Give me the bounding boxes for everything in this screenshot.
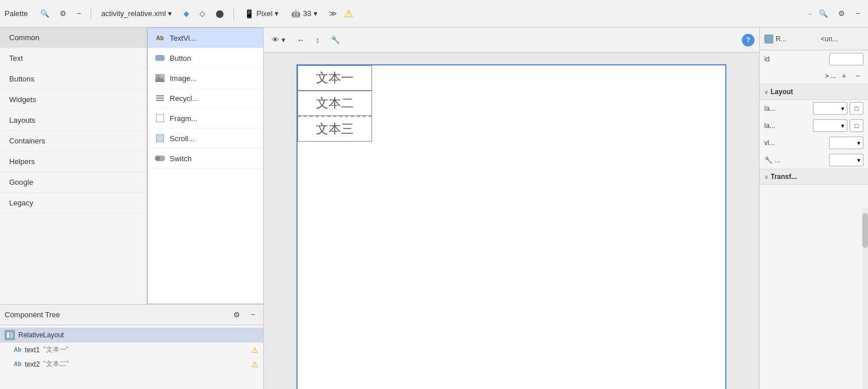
warning-icon: ⚠ <box>344 7 353 20</box>
design-mode-icon[interactable]: ◆ <box>180 7 193 20</box>
sidebar-item-legacy[interactable]: Legacy <box>0 193 147 213</box>
layout-prop-dropdown-4[interactable]: ▾ <box>829 154 863 166</box>
center-area: 👁 ▾ ↔ ↕ 🔧 ? 文本一 文本二 文本三 <box>264 28 759 389</box>
text-block-2[interactable]: 文本二 <box>298 91 372 116</box>
id-property-row: id <box>760 50 868 68</box>
tree-item-relative-layout[interactable]: RelativeLayout <box>0 328 263 343</box>
render-icon[interactable]: ⬤ <box>212 7 228 20</box>
scrollview-icon <box>155 133 165 143</box>
dots-row: > ... + − <box>760 68 868 84</box>
sidebar-item-containers[interactable]: Containers <box>0 131 147 151</box>
switch-icon <box>155 153 165 164</box>
palette-search-icon[interactable]: 🔍 <box>37 7 53 20</box>
sidebar-item-text[interactable]: Text <box>0 48 147 69</box>
palette-item-button[interactable]: Button <box>148 48 263 68</box>
layout-prop-row-2: la... ▾ □ <box>760 117 868 134</box>
remove-property-button[interactable]: − <box>852 70 863 81</box>
tree-item-layout-name: RelativeLayout <box>18 331 64 339</box>
sidebar-item-google[interactable]: Google <box>0 172 147 193</box>
layout-expand-btn-2[interactable]: □ <box>850 119 863 132</box>
layout-section-header[interactable]: ∨ Layout <box>760 84 868 100</box>
sidebar-item-widgets[interactable]: Widgets <box>0 90 147 110</box>
component-tree-settings-icon[interactable]: ⚙ <box>230 308 244 321</box>
more-options-icon[interactable]: ≫ <box>326 7 341 20</box>
layout-chevron-icon: ∨ <box>764 89 768 95</box>
right-settings-icon[interactable]: ⚙ <box>835 7 849 20</box>
api-level-label: 33 <box>303 9 311 18</box>
right-close-icon[interactable]: − <box>852 7 863 20</box>
component-tree-panel: Component Tree ⚙ − RelativeLayout Ab tex… <box>0 304 263 389</box>
layout-expand-btn-1[interactable]: □ <box>850 102 863 115</box>
layout-prop-label-3: vi... <box>764 139 827 147</box>
layout-prop-dropdown-1[interactable]: ▾ <box>813 102 847 115</box>
palette-close-icon[interactable]: − <box>73 7 85 20</box>
text-block-3[interactable]: 文本三 <box>298 116 372 142</box>
imageview-icon <box>155 73 165 83</box>
right-panel-header-label2: <un... <box>821 35 864 43</box>
blueprint-icon[interactable]: ◇ <box>196 7 209 20</box>
dropdown-arrow-4: ▾ <box>857 157 861 164</box>
tree-item-text2[interactable]: Ab text2 "文本二" ⚠ <box>0 357 263 371</box>
main-area: Common Text Buttons Widgets Layouts Cont… <box>0 28 868 389</box>
palette-item-switch[interactable]: Switch <box>148 149 263 169</box>
device-select-button[interactable]: 📱 Pixel ▾ <box>240 7 283 21</box>
category-list: Common Text Buttons Widgets Layouts Cont… <box>0 28 147 304</box>
magnet-button[interactable]: 🔧 <box>327 33 343 46</box>
filename-button[interactable]: activity_relative.xml ▾ <box>97 7 177 20</box>
component-tree-title: Component Tree <box>5 310 226 319</box>
right-panel-header: R... <un... <box>760 28 868 50</box>
right-panel-layout-icon <box>764 34 773 44</box>
device-label: Pixel <box>256 9 272 18</box>
component-tree-close-icon[interactable]: − <box>247 308 259 321</box>
palette-item-fragment[interactable]: Fragm... <box>148 108 263 129</box>
layout-prop-dropdown-3[interactable]: ▾ <box>829 137 863 149</box>
dropdown-arrow-3: ▾ <box>857 139 861 147</box>
right-panel-scroll <box>760 185 868 389</box>
svg-rect-4 <box>10 332 13 338</box>
sidebar-item-layouts[interactable]: Layouts <box>0 110 147 131</box>
sidebar-item-buttons[interactable]: Buttons <box>0 69 147 90</box>
vertical-flip-button[interactable]: ↕ <box>312 33 323 46</box>
sidebar-item-helpers[interactable]: Helpers <box>0 151 147 172</box>
palette-item-scrollview[interactable]: Scroll... <box>148 129 263 149</box>
text-block-1[interactable]: 文本一 <box>298 65 372 91</box>
layout-prop-label-2: la... <box>764 122 811 130</box>
transform-section-header[interactable]: ∨ Transf... <box>760 169 868 185</box>
filename-dropdown-icon: ▾ <box>168 9 172 18</box>
eye-toggle-button[interactable]: 👁 ▾ <box>268 33 289 46</box>
palette-panel: Common Text Buttons Widgets Layouts Cont… <box>0 28 264 389</box>
textview-tree-icon-1: Ab <box>14 347 21 353</box>
horizontal-flip-button[interactable]: ↔ <box>294 33 308 46</box>
palette-content: Common Text Buttons Widgets Layouts Cont… <box>0 28 263 304</box>
help-button[interactable]: ? <box>742 34 754 46</box>
phone-frame: 文本一 文本二 文本三 <box>296 64 726 389</box>
palette-settings-icon[interactable]: ⚙ <box>56 7 70 20</box>
canvas-area[interactable]: 文本一 文本二 文本三 <box>264 53 759 389</box>
recyclerview-icon <box>155 93 165 103</box>
tree-item-text2-name: text2 <box>25 360 40 368</box>
android-icon: 🤖 <box>291 9 300 18</box>
palette-item-recyclerview[interactable]: Recycl... <box>148 88 263 108</box>
palette-title-top: Palette <box>5 9 33 18</box>
warning-icon-text1: ⚠ <box>251 345 259 355</box>
fragment-icon <box>155 113 165 123</box>
separator-2 <box>233 7 234 21</box>
layout-prop-dropdown-2[interactable]: ▾ <box>813 119 847 132</box>
api-dropdown-icon: ▾ <box>314 9 318 18</box>
filename-label: activity_relative.xml <box>101 9 166 18</box>
palette-item-imageview[interactable]: Image... <box>148 68 263 88</box>
expand-button[interactable]: > ... <box>825 72 836 79</box>
sidebar-item-common[interactable]: Common <box>0 28 147 48</box>
layout-prop-label-4: 🔧 ... <box>764 156 827 164</box>
tree-item-text1[interactable]: Ab text1 "文本一" ⚠ <box>0 343 263 357</box>
scrollbar-thumb[interactable] <box>862 213 868 248</box>
right-search-icon[interactable]: 🔍 <box>815 7 831 20</box>
scrollbar-track <box>862 208 868 389</box>
add-property-button[interactable]: + <box>838 70 850 81</box>
android-version-button[interactable]: 🤖 33 ▾ <box>287 7 322 20</box>
id-input[interactable] <box>829 53 863 65</box>
palette-item-textview[interactable]: Ab TextVi... <box>148 28 263 48</box>
id-label: id <box>764 55 827 63</box>
device-icon: 📱 <box>244 9 254 18</box>
right-panel-header-label1: R... <box>776 35 819 43</box>
